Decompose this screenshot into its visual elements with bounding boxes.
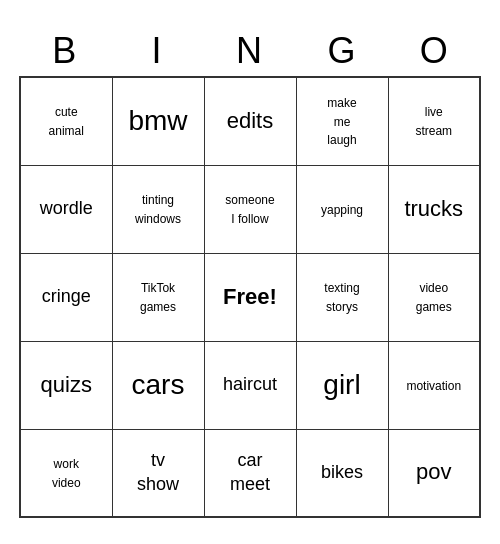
bingo-cell[interactable]: haircut — [204, 341, 296, 429]
bingo-cell[interactable]: make me laugh — [296, 77, 388, 165]
cell-label: girl — [323, 369, 360, 400]
cell-label: car meet — [230, 450, 270, 493]
cell-label: edits — [227, 108, 273, 133]
table-row: work videotv showcar meetbikespov — [20, 429, 480, 517]
cell-label: bikes — [321, 462, 363, 482]
bingo-cell[interactable]: yapping — [296, 165, 388, 253]
cell-label: wordle — [40, 198, 93, 218]
table-row: wordletinting windowssomeone I followyap… — [20, 165, 480, 253]
cell-label: someone I follow — [225, 193, 274, 226]
header-letter: B — [19, 26, 111, 76]
bingo-cell[interactable]: cringe — [20, 253, 112, 341]
cell-label: work video — [52, 457, 81, 490]
cell-label: Free! — [223, 284, 277, 309]
cell-label: live stream — [415, 105, 452, 138]
bingo-cell[interactable]: someone I follow — [204, 165, 296, 253]
cell-label: texting storys — [324, 281, 359, 314]
table-row: quizscarshaircutgirlmotivation — [20, 341, 480, 429]
cell-label: motivation — [406, 379, 461, 393]
cell-label: tinting windows — [135, 193, 181, 226]
cell-label: make me laugh — [327, 96, 356, 147]
bingo-cell[interactable]: car meet — [204, 429, 296, 517]
cell-label: tv show — [137, 450, 179, 493]
bingo-header: BINGO — [19, 26, 481, 76]
table-row: cringeTikTok gamesFree!texting storysvid… — [20, 253, 480, 341]
cell-label: trucks — [404, 196, 463, 221]
bingo-grid: cute animalbmweditsmake me laughlive str… — [19, 76, 481, 518]
bingo-cell[interactable]: live stream — [388, 77, 480, 165]
cell-label: cute animal — [49, 105, 84, 138]
bingo-cell[interactable]: tv show — [112, 429, 204, 517]
bingo-cell[interactable]: trucks — [388, 165, 480, 253]
bingo-cell[interactable]: work video — [20, 429, 112, 517]
bingo-cell[interactable]: video games — [388, 253, 480, 341]
bingo-cell[interactable]: cute animal — [20, 77, 112, 165]
header-letter: G — [296, 26, 388, 76]
bingo-cell[interactable]: motivation — [388, 341, 480, 429]
header-letter: I — [111, 26, 203, 76]
bingo-cell[interactable]: edits — [204, 77, 296, 165]
bingo-cell[interactable]: wordle — [20, 165, 112, 253]
bingo-cell[interactable]: quizs — [20, 341, 112, 429]
bingo-cell[interactable]: girl — [296, 341, 388, 429]
table-row: cute animalbmweditsmake me laughlive str… — [20, 77, 480, 165]
bingo-cell[interactable]: texting storys — [296, 253, 388, 341]
header-letter: O — [389, 26, 481, 76]
bingo-cell[interactable]: bmw — [112, 77, 204, 165]
cell-label: cars — [132, 369, 185, 400]
bingo-cell[interactable]: bikes — [296, 429, 388, 517]
bingo-cell[interactable]: tinting windows — [112, 165, 204, 253]
bingo-cell[interactable]: cars — [112, 341, 204, 429]
bingo-cell[interactable]: TikTok games — [112, 253, 204, 341]
cell-label: haircut — [223, 374, 277, 394]
bingo-cell[interactable]: pov — [388, 429, 480, 517]
cell-label: video games — [416, 281, 452, 314]
header-letter: N — [204, 26, 296, 76]
cell-label: pov — [416, 459, 451, 484]
cell-label: bmw — [128, 105, 187, 136]
cell-label: quizs — [41, 372, 92, 397]
bingo-cell[interactable]: Free! — [204, 253, 296, 341]
cell-label: cringe — [42, 286, 91, 306]
cell-label: yapping — [321, 203, 363, 217]
cell-label: TikTok games — [140, 281, 176, 314]
